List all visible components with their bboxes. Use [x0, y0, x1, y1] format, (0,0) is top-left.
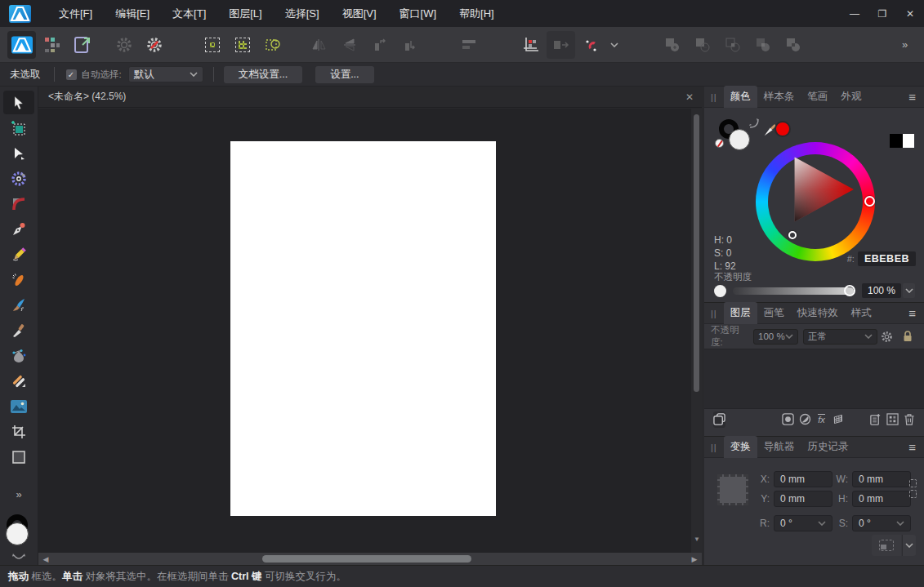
transform-mode-points-icon[interactable]: [228, 31, 257, 59]
menu-window[interactable]: 窗口[W]: [388, 2, 449, 26]
paint-brush-tool[interactable]: [3, 293, 34, 317]
menu-layer[interactable]: 图层[L]: [217, 2, 273, 26]
split-view-icon[interactable]: [547, 31, 575, 59]
corner-tool[interactable]: [3, 192, 34, 216]
point-transform-tool[interactable]: [3, 167, 34, 190]
opacity-dropdown-icon[interactable]: [903, 283, 915, 298]
vertical-scrollbar-thumb[interactable]: [694, 114, 699, 392]
minimize-button[interactable]: —: [841, 0, 868, 27]
knife-tool[interactable]: [3, 318, 34, 342]
tab-layers[interactable]: 图层: [724, 302, 757, 324]
tab-stroke[interactable]: 笔画: [801, 86, 834, 108]
delete-layer-icon[interactable]: [904, 411, 915, 428]
panel-menu-icon[interactable]: ≡: [908, 443, 916, 451]
fill-tool[interactable]: [3, 344, 34, 367]
y-field[interactable]: 0 mm: [774, 491, 832, 507]
fill-color-well[interactable]: [6, 523, 29, 545]
menu-help[interactable]: 帮助[H]: [448, 2, 506, 26]
layers-list[interactable]: [704, 349, 924, 409]
fill-color-well[interactable]: [729, 129, 750, 150]
scroll-down-icon[interactable]: ▼: [694, 536, 700, 543]
add-pixel-layer-icon[interactable]: [886, 411, 899, 428]
transform-mode-cycle-icon[interactable]: [258, 31, 287, 59]
snapping-options-chevron-icon[interactable]: [607, 31, 622, 59]
black-white-default-icon[interactable]: [890, 134, 914, 148]
h-field[interactable]: 0 mm: [852, 491, 911, 507]
rotation-field[interactable]: 0 °: [774, 515, 832, 531]
scroll-left-icon[interactable]: ◀: [38, 555, 53, 563]
tab-appearance[interactable]: 外观: [834, 86, 868, 108]
pen-tool[interactable]: [3, 217, 34, 241]
hue-selector[interactable]: [864, 196, 875, 207]
document-page[interactable]: [230, 141, 496, 516]
shade-selector[interactable]: [788, 231, 797, 239]
color-wells[interactable]: [719, 119, 760, 160]
maximize-button[interactable]: ❐: [868, 0, 896, 27]
pencil-tool[interactable]: [3, 242, 34, 266]
tab-history[interactable]: 历史记录: [801, 436, 855, 458]
scroll-right-icon[interactable]: ▶: [687, 555, 702, 563]
shape-tool[interactable]: [3, 445, 34, 469]
tab-navigator[interactable]: 导航器: [757, 436, 801, 458]
transform-mode-bbox-icon[interactable]: [198, 31, 226, 59]
artboard-tool[interactable]: [3, 116, 34, 140]
live-filter-icon[interactable]: [832, 411, 844, 428]
crop-tool[interactable]: [3, 420, 34, 443]
document-setup-button[interactable]: 文档设置...: [224, 66, 302, 83]
guides-manager-icon[interactable]: [516, 31, 545, 59]
auto-select-dropdown[interactable]: 默认: [128, 66, 203, 82]
snapping-magnet-icon[interactable]: [577, 31, 605, 59]
panel-grip-icon[interactable]: ||: [711, 92, 717, 102]
picked-color-swatch[interactable]: [774, 121, 791, 137]
canvas[interactable]: [38, 109, 702, 553]
lock-layer-icon[interactable]: [899, 328, 915, 345]
selection-box-cycle-button[interactable]: [872, 535, 901, 556]
swap-colors-icon[interactable]: [12, 554, 25, 562]
place-image-tool[interactable]: [3, 394, 34, 418]
tab-brushes[interactable]: 画笔: [757, 302, 791, 324]
opacity-slider-knob[interactable]: [844, 285, 855, 296]
close-button[interactable]: ✕: [896, 0, 924, 27]
menu-file[interactable]: 文件[F]: [47, 2, 104, 26]
stroke-fill-wells[interactable]: [2, 514, 35, 554]
menu-text[interactable]: 文本[T]: [161, 2, 217, 26]
panel-menu-icon[interactable]: ≡: [908, 93, 916, 101]
blend-options-gear-icon[interactable]: [880, 328, 895, 345]
designer-persona-icon[interactable]: [7, 31, 36, 59]
export-persona-icon[interactable]: [68, 31, 96, 59]
node-tool[interactable]: [3, 141, 34, 165]
link-dimensions-icon[interactable]: [909, 479, 917, 500]
opacity-slider[interactable]: [733, 287, 854, 295]
tab-close-icon[interactable]: ✕: [685, 91, 694, 103]
tab-transform[interactable]: 变换: [724, 436, 757, 458]
selection-box-dropdown-icon[interactable]: [902, 535, 916, 556]
x-field[interactable]: 0 mm: [774, 471, 832, 487]
settings-button[interactable]: 设置...: [315, 66, 373, 83]
toolbar-overflow-icon[interactable]: »: [891, 31, 919, 59]
edit-all-layers-icon[interactable]: [713, 411, 725, 428]
transparency-tool[interactable]: [3, 369, 34, 393]
add-layer-icon[interactable]: [869, 411, 882, 428]
horizontal-scrollbar[interactable]: ◀ ▶: [38, 553, 702, 565]
panel-menu-icon[interactable]: ≡: [908, 309, 916, 318]
more-tools[interactable]: »: [3, 482, 34, 506]
color-wheel[interactable]: [756, 142, 875, 261]
anchor-point-selector[interactable]: [717, 474, 748, 505]
panel-grip-icon[interactable]: ||: [711, 309, 717, 318]
tab-color[interactable]: 颜色: [724, 86, 757, 108]
tab-swatches[interactable]: 样本条: [757, 86, 801, 108]
menu-select[interactable]: 选择[S]: [274, 2, 331, 26]
w-field[interactable]: 0 mm: [852, 471, 911, 487]
blend-mode-dropdown[interactable]: 正常: [803, 329, 877, 345]
menu-view[interactable]: 视图[V]: [331, 2, 388, 26]
layer-opacity-dropdown[interactable]: 100 %: [753, 329, 798, 345]
vertical-scrollbar[interactable]: ▼: [691, 109, 702, 553]
horizontal-scrollbar-thumb[interactable]: [262, 555, 471, 563]
no-color-icon[interactable]: [715, 139, 724, 148]
mask-layer-icon[interactable]: [782, 411, 794, 428]
settings-gear-icon[interactable]: [140, 31, 168, 59]
swap-colors-icon[interactable]: [748, 118, 760, 129]
menu-edit[interactable]: 编辑[E]: [104, 2, 161, 26]
opacity-value[interactable]: 100 %: [862, 283, 901, 298]
shear-field[interactable]: 0 °: [852, 515, 911, 531]
